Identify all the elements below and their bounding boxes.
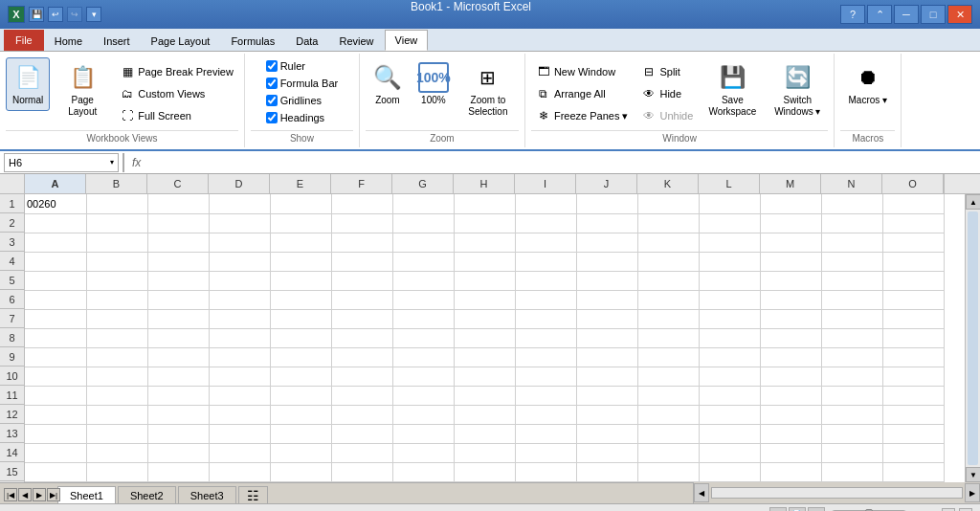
cell-G3[interactable] [392, 233, 454, 252]
save-workspace-btn[interactable]: 💾 Save Workspace [702, 57, 763, 122]
cell-D5[interactable] [209, 271, 270, 290]
hide-btn[interactable]: 👁 Hide [636, 83, 698, 104]
cell-I12[interactable] [515, 405, 576, 424]
row-num-15[interactable]: 15 [0, 462, 24, 481]
cell-H4[interactable] [454, 252, 515, 271]
sheet-nav-last[interactable]: ▶| [47, 488, 60, 501]
cell-A1[interactable]: 00260 [25, 194, 86, 213]
minimize-btn[interactable]: ─ [894, 5, 919, 24]
cell-G12[interactable] [392, 405, 454, 424]
cell-F10[interactable] [331, 367, 392, 386]
formula-bar-checkbox[interactable] [266, 78, 278, 89]
cell-C1[interactable] [147, 194, 209, 213]
cell-L15[interactable] [699, 462, 760, 481]
cell-E6[interactable] [270, 290, 331, 309]
cell-M9[interactable] [760, 347, 821, 367]
cell-J1[interactable] [576, 194, 637, 213]
cell-H2[interactable] [454, 213, 515, 233]
cell-K9[interactable] [637, 347, 699, 367]
row-num-1[interactable]: 1 [0, 194, 24, 213]
col-header-A[interactable]: A [25, 174, 86, 193]
cell-O3[interactable] [882, 233, 944, 252]
row-num-4[interactable]: 4 [0, 252, 24, 271]
cell-H14[interactable] [454, 443, 515, 462]
cell-K1[interactable] [637, 194, 699, 213]
cell-L13[interactable] [699, 424, 760, 443]
cell-F14[interactable] [331, 443, 392, 462]
cell-B1[interactable] [86, 194, 147, 213]
cell-H6[interactable] [454, 290, 515, 309]
col-header-G[interactable]: G [392, 174, 454, 193]
cell-L7[interactable] [699, 309, 760, 328]
cell-J6[interactable] [576, 290, 637, 309]
cell-B5[interactable] [86, 271, 147, 290]
cell-J14[interactable] [576, 443, 637, 462]
cell-K3[interactable] [637, 233, 699, 252]
cell-M7[interactable] [760, 309, 821, 328]
cell-H10[interactable] [454, 367, 515, 386]
cell-A10[interactable] [25, 367, 86, 386]
cell-F4[interactable] [331, 252, 392, 271]
tab-formulas[interactable]: Formulas [220, 30, 285, 51]
cell-B9[interactable] [86, 347, 147, 367]
tab-data[interactable]: Data [285, 30, 328, 51]
cell-G8[interactable] [392, 328, 454, 347]
cell-L10[interactable] [699, 367, 760, 386]
cell-L9[interactable] [699, 347, 760, 367]
cell-M10[interactable] [760, 367, 821, 386]
cell-O14[interactable] [882, 443, 944, 462]
cell-N8[interactable] [821, 328, 882, 347]
cell-N6[interactable] [821, 290, 882, 309]
cell-E1[interactable] [270, 194, 331, 213]
cell-J4[interactable] [576, 252, 637, 271]
cell-I13[interactable] [515, 424, 576, 443]
row-num-13[interactable]: 13 [0, 424, 24, 443]
cell-O9[interactable] [882, 347, 944, 367]
cell-M13[interactable] [760, 424, 821, 443]
cell-F11[interactable] [331, 386, 392, 405]
freeze-panes-btn[interactable]: ❄ Freeze Panes ▾ [531, 105, 634, 126]
normal-view-btn[interactable]: 📄 Normal [6, 57, 50, 111]
cell-G10[interactable] [392, 367, 454, 386]
row-num-12[interactable]: 12 [0, 405, 24, 424]
row-num-10[interactable]: 10 [0, 367, 24, 386]
cell-F3[interactable] [331, 233, 392, 252]
cell-G6[interactable] [392, 290, 454, 309]
ruler-check[interactable]: Ruler [262, 58, 343, 74]
cell-O10[interactable] [882, 367, 944, 386]
cell-N12[interactable] [821, 405, 882, 424]
cell-K11[interactable] [637, 386, 699, 405]
new-window-btn[interactable]: 🗔 New Window [531, 61, 634, 82]
cell-O4[interactable] [882, 252, 944, 271]
cell-A6[interactable] [25, 290, 86, 309]
cell-N7[interactable] [821, 309, 882, 328]
row-num-3[interactable]: 3 [0, 233, 24, 252]
cell-I5[interactable] [515, 271, 576, 290]
cell-E13[interactable] [270, 424, 331, 443]
col-header-M[interactable]: M [760, 174, 821, 193]
normal-view-status-btn[interactable]: ⊞ [769, 507, 787, 512]
cell-M2[interactable] [760, 213, 821, 233]
cell-J11[interactable] [576, 386, 637, 405]
cell-L3[interactable] [699, 233, 760, 252]
col-header-D[interactable]: D [209, 174, 270, 193]
cell-B14[interactable] [86, 443, 147, 462]
cell-G4[interactable] [392, 252, 454, 271]
tab-home[interactable]: Home [44, 30, 93, 51]
cell-J10[interactable] [576, 367, 637, 386]
cell-I1[interactable] [515, 194, 576, 213]
cell-N9[interactable] [821, 347, 882, 367]
cell-G14[interactable] [392, 443, 454, 462]
cell-D3[interactable] [209, 233, 270, 252]
cell-C11[interactable] [147, 386, 209, 405]
cell-A3[interactable] [25, 233, 86, 252]
cell-D2[interactable] [209, 213, 270, 233]
vertical-scrollbar[interactable]: ▲ ▼ [965, 194, 980, 482]
cell-K6[interactable] [637, 290, 699, 309]
cell-M11[interactable] [760, 386, 821, 405]
name-box[interactable]: H6 ▾ [4, 153, 119, 172]
cell-K14[interactable] [637, 443, 699, 462]
formula-bar-check[interactable]: Formula Bar [262, 76, 343, 91]
cell-N5[interactable] [821, 271, 882, 290]
cell-H8[interactable] [454, 328, 515, 347]
